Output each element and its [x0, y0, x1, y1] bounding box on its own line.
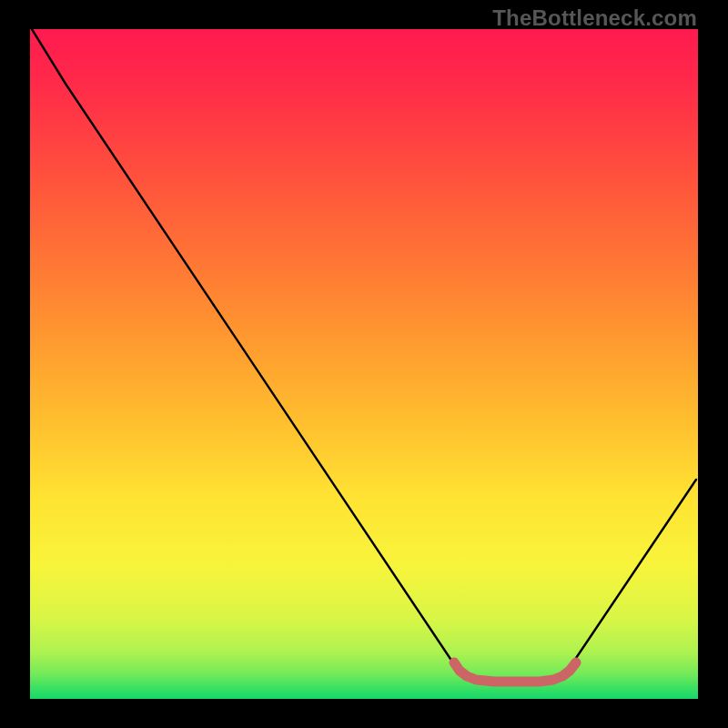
chart-svg — [30, 29, 698, 699]
watermark-text: TheBottleneck.com — [492, 5, 697, 31]
chart-frame — [30, 29, 698, 699]
chart-background — [30, 29, 698, 699]
